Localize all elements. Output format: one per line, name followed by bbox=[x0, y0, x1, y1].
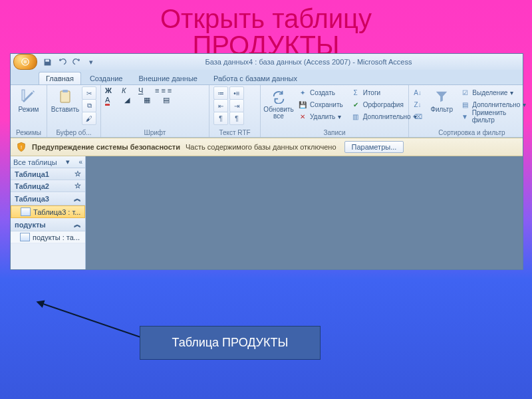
new-record-button[interactable]: ✦Создать bbox=[295, 86, 346, 98]
tab-home[interactable]: Главная bbox=[39, 72, 81, 84]
shield-icon: ! bbox=[16, 142, 27, 152]
redo-icon[interactable] bbox=[70, 56, 82, 68]
document-area bbox=[86, 156, 523, 269]
align-right-icon[interactable]: ≡ bbox=[168, 86, 172, 94]
fill-color-button[interactable]: ◢ bbox=[124, 96, 142, 104]
toggle-filter-button[interactable]: ▼Применить фильтр bbox=[458, 110, 531, 122]
chevron-up-icon: ︽ bbox=[74, 194, 81, 203]
numbering-icon[interactable]: ≔ bbox=[213, 86, 228, 100]
callout-arrow bbox=[33, 299, 153, 346]
indent-decrease-icon[interactable]: ⇤ bbox=[213, 99, 228, 112]
group-richtext-label: Текст RTF bbox=[213, 129, 256, 137]
title-bar: ▾ База данных4 : база данных (Access 200… bbox=[11, 54, 523, 70]
nav-item-products[interactable]: подукты : та... bbox=[11, 231, 85, 243]
group-font-label: Шрифт bbox=[105, 129, 205, 137]
svg-rect-2 bbox=[22, 90, 25, 100]
svg-rect-4 bbox=[63, 90, 68, 92]
spellcheck-icon: ✔ bbox=[351, 100, 360, 109]
security-heading: Предупреждение системы безопасности bbox=[32, 143, 180, 151]
ltr-icon[interactable]: ¶ bbox=[213, 112, 228, 125]
advanced-icon: ▤ bbox=[460, 100, 469, 109]
office-button[interactable] bbox=[13, 54, 37, 70]
format-painter-icon[interactable]: 🖌 bbox=[82, 112, 96, 125]
svg-rect-1 bbox=[24, 61, 27, 64]
group-views: Режим Режимы bbox=[11, 85, 47, 137]
save-record-button[interactable]: 💾Сохранить bbox=[295, 98, 346, 110]
delete-record-button[interactable]: ✕Удалить ▾ bbox=[295, 110, 346, 122]
align-center-icon[interactable]: ≡ bbox=[161, 86, 165, 94]
ruler-pencil-icon bbox=[20, 88, 37, 105]
sort-desc-button[interactable]: Z↓ bbox=[413, 98, 426, 110]
tab-external-data[interactable]: Внешние данные bbox=[132, 72, 205, 84]
new-icon: ✦ bbox=[298, 88, 307, 97]
callout-label: Таблица ПРОДУКТЫ bbox=[140, 326, 321, 360]
slide-title-line1: Открыть таблицу bbox=[160, 4, 372, 33]
group-sortfilter-label: Сортировка и фильтр bbox=[413, 129, 531, 137]
svg-text:!: ! bbox=[21, 144, 22, 150]
font-color-button[interactable]: A bbox=[105, 96, 122, 104]
nav-group-products[interactable]: подукты︽ bbox=[11, 218, 85, 231]
group-views-label: Режимы bbox=[15, 129, 43, 137]
copy-icon[interactable]: ⧉ bbox=[82, 99, 96, 112]
collapse-pane-icon[interactable]: « bbox=[78, 158, 82, 166]
group-font: Ж К Ч ≡ ≡ ≡ A ◢ ▦ ▤ Шрифт bbox=[101, 85, 209, 137]
quick-access-toolbar: ▾ bbox=[41, 56, 97, 68]
qat-dropdown-icon[interactable]: ▾ bbox=[85, 56, 97, 68]
gridlines-button[interactable]: ▦ bbox=[144, 96, 161, 104]
work-area: Все таблицы ▾ « Таблица1☆ Таблица2☆ Табл… bbox=[11, 156, 523, 269]
clear-sort-button[interactable]: ⌫ bbox=[413, 110, 426, 122]
refresh-icon bbox=[270, 88, 287, 105]
grid-icon: ▦ bbox=[144, 96, 150, 104]
delete-icon: ✕ bbox=[298, 112, 307, 121]
toggle-filter-icon: ▼ bbox=[460, 112, 469, 121]
nav-group-table1[interactable]: Таблица1☆ bbox=[11, 168, 85, 180]
sort-asc-button[interactable]: A↓ bbox=[413, 86, 426, 98]
chevron-up-icon: ︽ bbox=[74, 219, 81, 229]
security-options-button[interactable]: Параметры... bbox=[344, 141, 404, 153]
funnel-icon bbox=[433, 88, 450, 105]
filter-button[interactable]: Фильтр bbox=[428, 86, 455, 113]
nav-group-table2[interactable]: Таблица2☆ bbox=[11, 180, 85, 192]
chevron-icon: ☆ bbox=[74, 182, 81, 190]
group-clipboard-label: Буфер об... bbox=[51, 129, 96, 137]
sigma-icon: Σ bbox=[351, 88, 360, 97]
alt-fill-button[interactable]: ▤ bbox=[163, 96, 191, 104]
view-button[interactable]: Режим bbox=[15, 86, 43, 113]
security-message: Часть содержимого базы данных отключено bbox=[186, 143, 336, 151]
cut-icon[interactable]: ✂ bbox=[82, 86, 96, 100]
refresh-all-button[interactable]: Обновить все bbox=[265, 86, 293, 120]
sort-asc-icon: A↓ bbox=[413, 88, 422, 97]
chevron-icon: ☆ bbox=[74, 170, 81, 178]
window-title: База данных4 : база данных (Access 2007)… bbox=[97, 58, 520, 66]
navigation-pane: Все таблицы ▾ « Таблица1☆ Таблица2☆ Табл… bbox=[11, 156, 86, 269]
more-icon: ▥ bbox=[351, 112, 360, 121]
rtl-icon[interactable]: ¶ bbox=[229, 112, 244, 125]
ribbon-tabs: Главная Создание Внешние данные Работа с… bbox=[11, 70, 523, 85]
security-warning-bar: ! Предупреждение системы безопасности Ча… bbox=[11, 138, 523, 156]
group-sort-filter: A↓ Z↓ ⌫ Фильтр ☑Выделение ▾ ▤Дополнитель… bbox=[409, 85, 532, 137]
italic-button[interactable]: К bbox=[122, 86, 136, 94]
office-logo-icon bbox=[21, 57, 30, 66]
selection-filter-button[interactable]: ☑Выделение ▾ bbox=[458, 86, 531, 98]
nav-pane-header[interactable]: Все таблицы ▾ « bbox=[11, 156, 85, 168]
nav-item-table3[interactable]: Таблица3 : т... bbox=[11, 205, 85, 218]
group-records: Обновить все ✦Создать 💾Сохранить ✕Удалит… bbox=[261, 85, 409, 137]
sort-desc-icon: Z↓ bbox=[413, 100, 422, 109]
save-small-icon: 💾 bbox=[298, 100, 307, 109]
bullets-icon[interactable]: •≡ bbox=[229, 86, 244, 100]
tab-db-tools[interactable]: Работа с базами данных bbox=[206, 72, 305, 84]
underline-button[interactable]: Ч bbox=[138, 86, 153, 94]
nav-group-table3[interactable]: Таблица3︽ bbox=[11, 192, 85, 205]
clipboard-icon bbox=[57, 88, 74, 105]
bold-button[interactable]: Ж bbox=[105, 86, 120, 94]
align-left-icon[interactable]: ≡ bbox=[155, 86, 159, 94]
tab-create[interactable]: Создание bbox=[82, 72, 130, 84]
save-icon[interactable] bbox=[41, 56, 53, 68]
indent-increase-icon[interactable]: ⇥ bbox=[229, 99, 244, 112]
table-icon bbox=[20, 233, 30, 241]
group-richtext: ≔ ⇤ ¶ •≡ ⇥ ¶ Текст RTF bbox=[209, 85, 261, 137]
paste-button[interactable]: Вставить bbox=[51, 86, 79, 113]
undo-icon[interactable] bbox=[56, 56, 68, 68]
ribbon: Режим Режимы Вставить ✂ ⧉ 🖌 Буфер об... bbox=[11, 85, 523, 138]
svg-line-6 bbox=[41, 303, 146, 339]
